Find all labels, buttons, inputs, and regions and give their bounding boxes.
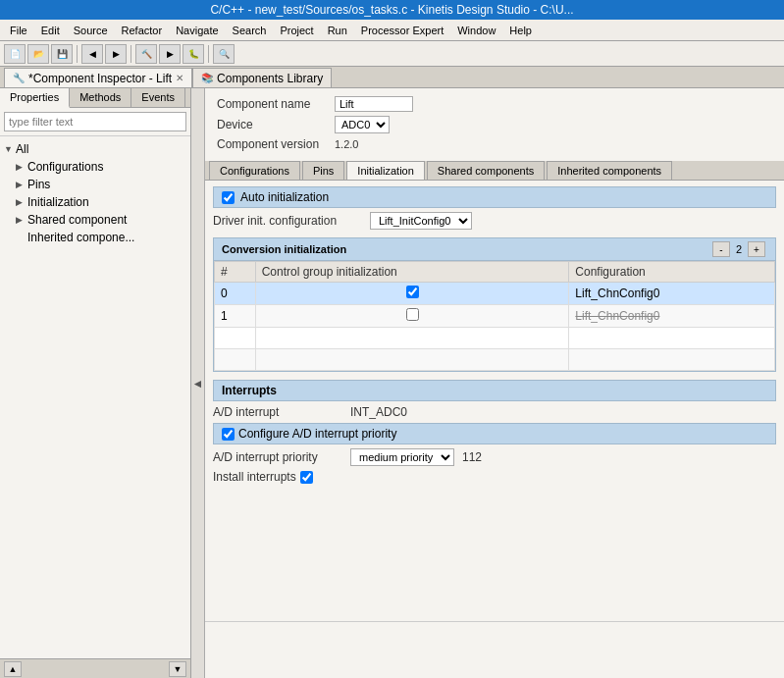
toolbar-sep-2 xyxy=(131,45,131,63)
inner-tab-inherited-components[interactable]: Inherited components xyxy=(547,161,672,180)
menu-bar: File Edit Source Refactor Navigate Searc… xyxy=(0,20,784,41)
toolbar-search[interactable]: 🔍 xyxy=(213,44,235,64)
bottom-area xyxy=(205,621,784,678)
comp-version-row: Component version 1.2.0 xyxy=(217,137,772,151)
tab-components-library-label: Components Library xyxy=(217,72,323,85)
tab-component-inspector-label: *Component Inspector - Lift xyxy=(28,72,172,85)
tab-component-inspector-close[interactable]: ✕ xyxy=(176,73,183,83)
table-row[interactable]: 1 Lift_ChnConfig0 xyxy=(215,305,775,328)
table-row[interactable]: 0 Lift_ChnConfig0 xyxy=(215,283,775,305)
tree-initialization-label: Initialization xyxy=(27,195,186,209)
tree-item-pins[interactable]: ▶ Pins xyxy=(0,176,190,193)
ad-priority-row: A/D interrupt priority low priority medi… xyxy=(213,448,776,466)
menu-search[interactable]: Search xyxy=(227,23,273,38)
conv-row-1-check[interactable] xyxy=(406,308,419,321)
device-select[interactable]: ADC0 xyxy=(335,116,390,133)
tree-root-label: All xyxy=(16,142,186,156)
menu-source[interactable]: Source xyxy=(68,23,114,38)
content-area: Auto initialization Driver init. configu… xyxy=(205,181,784,621)
table-row-empty-1 xyxy=(215,328,775,349)
left-bottom-up[interactable]: ▲ xyxy=(4,661,22,677)
left-bottom-down[interactable]: ▼ xyxy=(169,661,186,677)
inner-tab-configurations[interactable]: Configurations xyxy=(209,161,300,180)
interrupts-label: Interrupts xyxy=(222,384,277,397)
prop-tab-events[interactable]: Events xyxy=(131,88,185,107)
auto-init-checkbox[interactable] xyxy=(222,191,235,204)
tree-item-initialization[interactable]: ▶ Initialization xyxy=(0,193,190,211)
empty-cell xyxy=(569,328,775,349)
tab-component-inspector-icon: 🔧 xyxy=(13,73,25,83)
inner-tab-shared-components[interactable]: Shared components xyxy=(427,161,545,180)
configure-ad-label: Configure A/D interrupt priority xyxy=(238,427,396,441)
menu-project[interactable]: Project xyxy=(274,23,319,38)
tree-inherited-label: Inherited compone... xyxy=(27,231,186,244)
tree-root[interactable]: ▼ All xyxy=(0,140,190,158)
conv-row-1-checkbox[interactable] xyxy=(255,305,569,328)
ad-interrupt-label: A/D interrupt xyxy=(213,405,350,419)
comp-version-value: 1.2.0 xyxy=(335,138,358,150)
empty-cell xyxy=(569,349,775,371)
conv-minus-btn[interactable]: - xyxy=(712,241,730,257)
menu-window[interactable]: Window xyxy=(451,23,501,38)
menu-run[interactable]: Run xyxy=(322,23,353,38)
tree-shared-label: Shared component xyxy=(27,213,186,227)
conv-row-0-check[interactable] xyxy=(406,286,419,298)
menu-navigate[interactable]: Navigate xyxy=(170,23,224,38)
filter-input[interactable] xyxy=(4,112,186,131)
driver-init-label: Driver init. configuration xyxy=(213,214,370,228)
title-bar: C/C++ - new_test/Sources/os_tasks.c - Ki… xyxy=(0,0,784,20)
tab-components-library[interactable]: 📚 Components Library xyxy=(192,68,332,87)
prop-tab-methods[interactable]: Methods xyxy=(70,88,131,107)
install-interrupts-row: Install interrupts xyxy=(213,470,776,484)
conv-header-label: Conversion initialization xyxy=(222,243,710,255)
ad-priority-select[interactable]: low priority medium priority high priori… xyxy=(350,448,454,466)
comp-name-label: Component name xyxy=(217,97,335,111)
conv-header: Conversion initialization - 2 + xyxy=(214,238,775,261)
tree-initialization-arrow: ▶ xyxy=(16,197,27,207)
toolbar-back[interactable]: ◀ xyxy=(81,44,103,64)
toolbar-debug[interactable]: 🐛 xyxy=(183,44,204,64)
menu-refactor[interactable]: Refactor xyxy=(116,23,169,38)
ad-interrupt-row: A/D interrupt INT_ADC0 xyxy=(213,405,776,419)
tree-item-shared-component[interactable]: ▶ Shared component xyxy=(0,211,190,229)
tree-pins-label: Pins xyxy=(27,178,186,191)
toolbar-forward[interactable]: ▶ xyxy=(105,44,127,64)
menu-edit[interactable]: Edit xyxy=(35,23,66,38)
toolbar-run[interactable]: ▶ xyxy=(159,44,181,64)
comp-name-row: Component name Lift xyxy=(217,96,772,112)
empty-cell xyxy=(255,349,569,371)
driver-init-row: Driver init. configuration Lift_InitConf… xyxy=(213,212,776,230)
conversion-init-section: Conversion initialization - 2 + # Contro… xyxy=(213,237,776,372)
tree-item-inherited[interactable]: Inherited compone... xyxy=(0,229,190,246)
conv-row-0-num: 0 xyxy=(215,283,256,305)
inner-tab-pins[interactable]: Pins xyxy=(302,161,344,180)
comp-version-label: Component version xyxy=(217,137,335,151)
prop-tab-properties[interactable]: Properties xyxy=(0,88,70,108)
tree-configurations-arrow: ▶ xyxy=(16,162,27,172)
conv-row-0-checkbox[interactable] xyxy=(255,283,569,305)
toolbar-open[interactable]: 📂 xyxy=(27,44,49,64)
driver-init-select[interactable]: Lift_InitConfig0 xyxy=(370,212,472,230)
collapse-button[interactable]: ◄ xyxy=(191,88,205,678)
menu-help[interactable]: Help xyxy=(503,23,538,38)
install-interrupts-label: Install interrupts xyxy=(213,470,296,484)
tree-item-configurations[interactable]: ▶ Configurations xyxy=(0,158,190,176)
empty-cell xyxy=(255,328,569,349)
conv-table-header-num: # xyxy=(215,262,256,283)
install-interrupts-checkbox[interactable] xyxy=(300,471,313,484)
configure-ad-checkbox[interactable] xyxy=(222,428,235,441)
ad-interrupt-value: INT_ADC0 xyxy=(350,405,407,419)
tree-root-arrow: ▼ xyxy=(4,144,16,154)
toolbar-build[interactable]: 🔨 xyxy=(135,44,157,64)
tab-component-inspector[interactable]: 🔧 *Component Inspector - Lift ✕ xyxy=(4,68,192,87)
auto-init-label: Auto initialization xyxy=(240,190,329,204)
inner-tab-initialization[interactable]: Initialization xyxy=(346,161,424,180)
conv-row-1-config: Lift_ChnConfig0 xyxy=(569,305,775,328)
toolbar-save[interactable]: 💾 xyxy=(51,44,73,64)
filter-box xyxy=(0,108,190,136)
menu-processor-expert[interactable]: Processor Expert xyxy=(355,23,449,38)
toolbar-new[interactable]: 📄 xyxy=(4,44,26,64)
title-text: C/C++ - new_test/Sources/os_tasks.c - Ki… xyxy=(210,3,573,17)
menu-file[interactable]: File xyxy=(4,23,33,38)
conv-plus-btn[interactable]: + xyxy=(748,241,765,257)
